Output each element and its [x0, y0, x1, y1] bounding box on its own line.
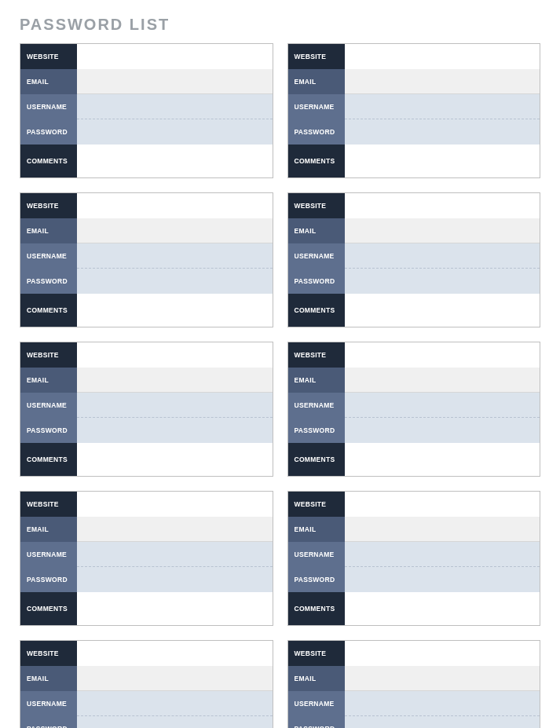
- password-card: WEBSITEEMAILUSERNAMEPASSWORDCOMMENTS: [287, 43, 541, 178]
- password-label: PASSWORD: [288, 567, 345, 592]
- username-row: USERNAME: [20, 94, 273, 119]
- website-row: WEBSITE: [20, 342, 273, 368]
- password-row: PASSWORD: [288, 269, 540, 294]
- username-value: [345, 691, 540, 716]
- website-label: WEBSITE: [20, 492, 77, 517]
- website-value: [77, 193, 273, 218]
- email-value: [345, 69, 540, 94]
- password-label: PASSWORD: [20, 567, 77, 592]
- password-card: WEBSITEEMAILUSERNAMEPASSWORDCOMMENTS: [287, 342, 541, 477]
- password-value: [77, 716, 273, 728]
- comments-value: [345, 145, 540, 177]
- password-row: PASSWORD: [288, 716, 540, 728]
- comments-row: COMMENTS: [288, 592, 540, 625]
- website-row: WEBSITE: [20, 492, 273, 517]
- username-label: USERNAME: [20, 94, 77, 119]
- comments-value: [77, 145, 273, 177]
- username-value: [77, 393, 273, 418]
- username-label: USERNAME: [20, 243, 77, 269]
- email-row: EMAIL: [20, 368, 273, 393]
- username-label: USERNAME: [288, 393, 345, 418]
- username-value: [345, 243, 540, 269]
- website-row: WEBSITE: [288, 44, 540, 69]
- username-row: USERNAME: [288, 542, 540, 567]
- username-label: USERNAME: [20, 691, 77, 716]
- comments-label: COMMENTS: [20, 294, 77, 327]
- email-row: EMAIL: [20, 218, 273, 243]
- password-label: PASSWORD: [288, 269, 345, 294]
- comments-label: COMMENTS: [288, 294, 345, 327]
- website-value: [77, 342, 273, 368]
- username-label: USERNAME: [20, 393, 77, 418]
- email-row: EMAIL: [20, 666, 273, 691]
- password-card: WEBSITEEMAILUSERNAMEPASSWORDCOMMENTS: [20, 192, 273, 327]
- email-label: EMAIL: [288, 368, 345, 393]
- username-value: [77, 691, 273, 716]
- username-label: USERNAME: [288, 691, 345, 716]
- comments-value: [77, 592, 273, 625]
- email-value: [345, 368, 540, 393]
- password-value: [345, 119, 540, 145]
- email-row: EMAIL: [20, 69, 273, 94]
- website-row: WEBSITE: [20, 641, 273, 666]
- website-label: WEBSITE: [20, 193, 77, 218]
- username-row: USERNAME: [20, 243, 273, 269]
- email-value: [77, 517, 273, 542]
- username-value: [77, 94, 273, 119]
- password-label: PASSWORD: [20, 119, 77, 145]
- password-card: WEBSITEEMAILUSERNAMEPASSWORDCOMMENTS: [20, 342, 273, 477]
- password-row: PASSWORD: [20, 716, 273, 728]
- comments-row: COMMENTS: [20, 294, 273, 327]
- website-label: WEBSITE: [288, 44, 345, 69]
- email-row: EMAIL: [288, 218, 540, 243]
- username-row: USERNAME: [20, 393, 273, 418]
- comments-value: [77, 294, 273, 327]
- comments-value: [345, 443, 540, 476]
- username-label: USERNAME: [288, 94, 345, 119]
- website-value: [77, 44, 273, 69]
- email-label: EMAIL: [20, 666, 77, 691]
- website-label: WEBSITE: [20, 44, 77, 69]
- email-label: EMAIL: [288, 218, 345, 243]
- email-label: EMAIL: [288, 69, 345, 94]
- username-value: [77, 243, 273, 269]
- comments-row: COMMENTS: [288, 294, 540, 327]
- website-label: WEBSITE: [20, 342, 77, 368]
- email-value: [77, 69, 273, 94]
- password-value: [345, 418, 540, 443]
- username-row: USERNAME: [288, 393, 540, 418]
- email-value: [77, 368, 273, 393]
- website-value: [345, 492, 540, 517]
- comments-row: COMMENTS: [20, 592, 273, 625]
- comments-label: COMMENTS: [288, 145, 345, 177]
- username-row: USERNAME: [288, 243, 540, 269]
- username-row: USERNAME: [20, 691, 273, 716]
- password-row: PASSWORD: [20, 567, 273, 592]
- password-card: WEBSITEEMAILUSERNAMEPASSWORDCOMMENTS: [287, 491, 541, 626]
- password-label: PASSWORD: [288, 716, 345, 728]
- password-label: PASSWORD: [20, 716, 77, 728]
- website-value: [77, 492, 273, 517]
- page-title: PASSWORD LIST: [20, 16, 540, 34]
- password-card: WEBSITEEMAILUSERNAMEPASSWORDCOMMENTS: [20, 491, 273, 626]
- email-value: [345, 517, 540, 542]
- username-label: USERNAME: [288, 243, 345, 269]
- password-cards-grid: WEBSITEEMAILUSERNAMEPASSWORDCOMMENTSWEBS…: [20, 43, 540, 728]
- comments-row: COMMENTS: [288, 443, 540, 476]
- email-value: [77, 218, 273, 243]
- comments-value: [77, 443, 273, 476]
- username-row: USERNAME: [288, 94, 540, 119]
- username-value: [345, 94, 540, 119]
- password-row: PASSWORD: [20, 418, 273, 443]
- password-label: PASSWORD: [20, 418, 77, 443]
- email-row: EMAIL: [20, 517, 273, 542]
- password-label: PASSWORD: [288, 418, 345, 443]
- password-card: WEBSITEEMAILUSERNAMEPASSWORDCOMMENTS: [287, 640, 541, 728]
- comments-label: COMMENTS: [20, 145, 77, 177]
- email-value: [345, 666, 540, 691]
- password-row: PASSWORD: [288, 119, 540, 145]
- comments-label: COMMENTS: [20, 443, 77, 476]
- password-card: WEBSITEEMAILUSERNAMEPASSWORDCOMMENTS: [20, 43, 273, 178]
- website-label: WEBSITE: [288, 342, 345, 368]
- email-label: EMAIL: [288, 517, 345, 542]
